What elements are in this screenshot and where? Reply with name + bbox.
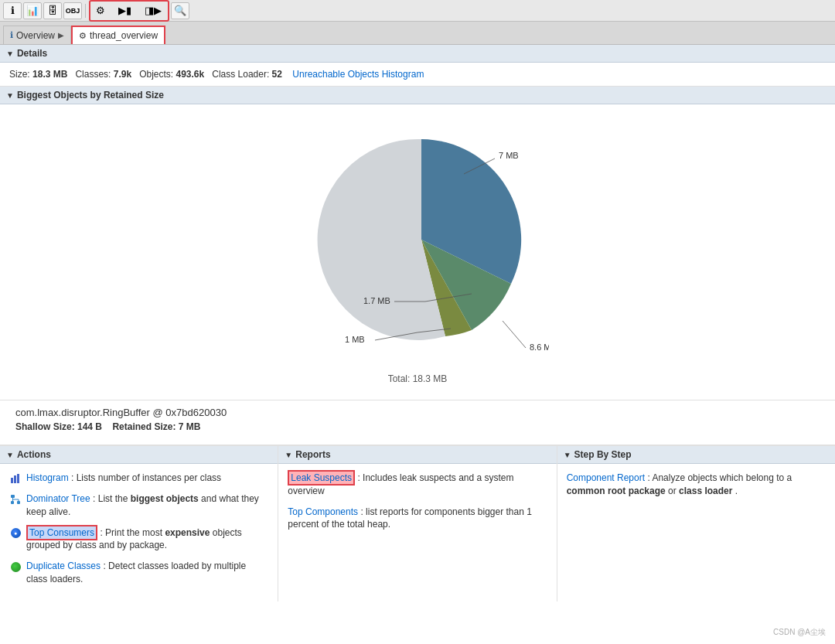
step-panel: ▼ Step By Step Component Report : Analyz… bbox=[557, 446, 835, 601]
search-button[interactable]: 🔍 bbox=[171, 2, 189, 19]
top-components-link[interactable]: Top Components bbox=[288, 506, 358, 517]
action-dominator-text: Dominator Tree : List the biggest object… bbox=[26, 492, 268, 519]
histogram-action-link[interactable]: Histogram bbox=[26, 472, 69, 483]
details-content: Size: 18.3 MB Classes: 7.9k Objects: 493… bbox=[0, 63, 835, 87]
component-report-desc-2: or bbox=[668, 486, 679, 496]
svg-rect-5 bbox=[17, 501, 20, 504]
histogram-desc: : Lists number of instances per class bbox=[71, 472, 221, 483]
top-consumers-bold: expensive bbox=[165, 527, 210, 538]
table-button[interactable]: 🗄 bbox=[43, 2, 62, 19]
bottom-panels: ▼ Actions Histogram : Lists nu bbox=[0, 445, 835, 601]
obj-icon: OBJ bbox=[66, 7, 80, 15]
pie-chart-container: 7 MB 1.7 MB 1 MB 8.6 MB bbox=[286, 120, 549, 367]
top-consumers-icon: ● bbox=[9, 527, 22, 540]
object-info: com.lmax.disruptor.RingBuffer @ 0x7bd620… bbox=[0, 400, 835, 445]
step-component-text: Component Report : Analyze objects which… bbox=[567, 472, 826, 498]
size-value: 18.3 MB bbox=[32, 69, 67, 80]
details-title: Details bbox=[17, 48, 47, 59]
action-top-consumers-text: Top Consumers : Print the most expensive… bbox=[26, 526, 268, 553]
dominator-link[interactable]: Dominator Tree bbox=[26, 493, 90, 504]
size-label: Size: bbox=[9, 69, 30, 80]
classes-value: 7.9k bbox=[114, 69, 131, 80]
component-report-bold1: common root package bbox=[567, 486, 666, 496]
nav1-button[interactable]: ◨▶ bbox=[139, 2, 167, 19]
action-top-consumers: ● Top Consumers : Print the most expensi… bbox=[9, 526, 268, 553]
classes-label: Classes: bbox=[75, 69, 111, 80]
chart-total: Total: 18.3 MB bbox=[388, 373, 448, 384]
tab-overview-label: Overview bbox=[16, 30, 55, 41]
actions-header: ▼ Actions bbox=[0, 446, 278, 464]
run-button[interactable]: ▶▮ bbox=[111, 2, 138, 19]
search-icon: 🔍 bbox=[174, 5, 186, 16]
details-triangle: ▼ bbox=[6, 49, 14, 58]
objects-value: 493.6k bbox=[176, 69, 205, 80]
obj-button[interactable]: OBJ bbox=[63, 2, 82, 19]
top-consumers-link[interactable]: Top Consumers bbox=[26, 525, 97, 540]
object-sizes: Shallow Size: 144 B Retained Size: 7 MB bbox=[15, 421, 820, 432]
nav1-icon: ◨▶ bbox=[145, 5, 162, 16]
actions-content: Histogram : Lists number of instances pe… bbox=[0, 464, 278, 601]
label-17mb: 1.7 MB bbox=[363, 296, 390, 305]
svg-rect-3 bbox=[11, 495, 15, 498]
tab-thread-overview[interactable]: ⚙ thread_overview bbox=[71, 26, 165, 44]
duplicate-icon bbox=[9, 561, 22, 573]
info-tab-icon: ℹ bbox=[10, 30, 13, 40]
report-leak-suspects-text: Leak Suspects : Includes leak suspects a… bbox=[288, 472, 547, 498]
main-content: ▼ Details Size: 18.3 MB Classes: 7.9k Ob… bbox=[0, 45, 835, 644]
reports-header: ▼ Reports bbox=[278, 446, 556, 464]
histogram-icon bbox=[9, 472, 22, 485]
reports-triangle: ▼ bbox=[285, 451, 292, 459]
chart-section: 7 MB 1.7 MB 1 MB 8.6 MB Total: 18.3 MB bbox=[0, 104, 835, 400]
biggest-objects-triangle: ▼ bbox=[6, 91, 14, 100]
step-title: Step By Step bbox=[574, 449, 632, 460]
dominator-icon bbox=[9, 493, 22, 506]
action-histogram: Histogram : Lists number of instances pe… bbox=[9, 472, 268, 485]
biggest-objects-header: ▼ Biggest Objects by Retained Size bbox=[0, 87, 835, 104]
pie-chart: 7 MB 1.7 MB 1 MB 8.6 MB bbox=[286, 120, 549, 367]
info-button[interactable]: ℹ bbox=[3, 2, 22, 19]
classloader-label: Class Loader: bbox=[212, 69, 269, 80]
bar-chart-icon: 📊 bbox=[26, 5, 39, 16]
dominator-desc-1: : List the bbox=[93, 493, 131, 504]
action-duplicate: Duplicate Classes : Detect classes loade… bbox=[9, 560, 268, 586]
component-report-link[interactable]: Component Report bbox=[567, 472, 645, 483]
leak-suspects-link[interactable]: Leak Suspects bbox=[288, 470, 355, 486]
action-duplicate-text: Duplicate Classes : Detect classes loade… bbox=[26, 560, 268, 586]
report-top-components: Top Components : list reports for compon… bbox=[288, 506, 547, 532]
svg-rect-2 bbox=[17, 474, 19, 483]
top-consumers-desc-1: : Print the most bbox=[100, 527, 165, 538]
label-7mb: 7 MB bbox=[499, 151, 519, 160]
duplicate-link[interactable]: Duplicate Classes bbox=[26, 561, 101, 571]
toolbar: ℹ 📊 🗄 OBJ ⚙ ▶▮ ◨▶ 🔍 bbox=[0, 0, 835, 22]
label-line-86mb bbox=[503, 321, 526, 348]
settings-icon: ⚙ bbox=[96, 5, 105, 16]
biggest-objects-title: Biggest Objects by Retained Size bbox=[17, 90, 164, 101]
svg-rect-1 bbox=[14, 475, 16, 483]
report-leak-suspects: Leak Suspects : Includes leak suspects a… bbox=[288, 472, 547, 498]
tab-overview[interactable]: ℹ Overview ▶ bbox=[3, 26, 71, 44]
component-report-desc-1: : Analyze objects which belong to a bbox=[647, 472, 792, 483]
settings-button[interactable]: ⚙ bbox=[91, 2, 110, 19]
action-group: ⚙ ▶▮ ◨▶ bbox=[89, 0, 169, 22]
component-report-desc-3: . bbox=[735, 486, 738, 496]
bar-chart-button[interactable]: 📊 bbox=[23, 2, 42, 19]
retained-size: Retained Size: 7 MB bbox=[112, 421, 200, 432]
classloader-value: 52 bbox=[272, 69, 282, 80]
histogram-link[interactable]: Unreachable Objects Histogram bbox=[292, 69, 424, 80]
table-icon: 🗄 bbox=[48, 5, 58, 16]
shallow-size: Shallow Size: 144 B bbox=[15, 421, 102, 432]
details-header: ▼ Details bbox=[0, 45, 835, 63]
tab-arrow: ▶ bbox=[58, 31, 64, 39]
step-content: Component Report : Analyze objects which… bbox=[557, 464, 835, 513]
tab-thread-label: thread_overview bbox=[90, 30, 158, 41]
label-86mb: 8.6 MB bbox=[530, 342, 549, 352]
svg-rect-0 bbox=[11, 478, 13, 483]
action-dominator: Dominator Tree : List the biggest object… bbox=[9, 492, 268, 519]
watermark: CSDN @A尘埃 bbox=[773, 627, 826, 638]
tab-bar: ℹ Overview ▶ ⚙ thread_overview bbox=[0, 22, 835, 45]
svg-rect-4 bbox=[11, 501, 14, 504]
reports-title: Reports bbox=[295, 449, 330, 460]
actions-title: Actions bbox=[17, 449, 51, 460]
reports-content: Leak Suspects : Includes leak suspects a… bbox=[278, 464, 556, 547]
actions-triangle: ▼ bbox=[6, 451, 14, 459]
